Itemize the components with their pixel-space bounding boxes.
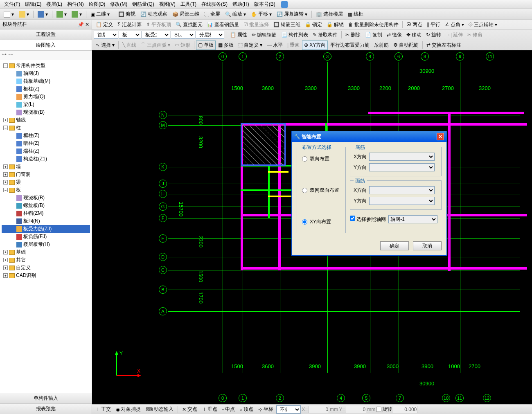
tree-collapse-icon[interactable]: ⁻⁻ (8, 52, 13, 58)
expander-icon[interactable]: + (3, 118, 8, 122)
rotate-check[interactable] (376, 407, 381, 412)
tree-group-slab[interactable]: −板 (2, 186, 90, 194)
close-icon[interactable]: ✕ (437, 133, 444, 140)
tab-report-preview[interactable]: 报表预览 (0, 403, 92, 414)
tree-item-grid[interactable]: 轴网(J) (2, 70, 90, 77)
tab-draw-input[interactable]: 绘图输入 (0, 40, 92, 51)
tree-group-cad[interactable]: +CAD识别 (2, 272, 90, 279)
tree-group-custom[interactable]: +自定义 (2, 264, 90, 272)
rebar-id-combo[interactable]: SLJ-1 (171, 31, 195, 39)
delete-button[interactable]: ✂ 删除 (343, 30, 363, 40)
expander-icon[interactable]: + (3, 172, 8, 177)
new-button[interactable]: ▾ (2, 10, 16, 19)
component-list-button[interactable]: 📃 构件列表 (279, 30, 310, 40)
vertical-button[interactable]: | 垂直 (285, 40, 302, 50)
expander-icon[interactable]: + (3, 164, 8, 169)
lock-button[interactable]: 🔒 锁定 (303, 20, 324, 29)
select-button[interactable]: ↖ 选择 ▾ (94, 40, 117, 50)
horizontal-button[interactable]: — 水平 (265, 40, 285, 50)
expander-icon[interactable]: + (3, 250, 8, 254)
view-rebar-button[interactable]: 📊 查看钢筋量 (205, 20, 241, 29)
tree-item-beam[interactable]: 梁(L) (2, 101, 90, 108)
save-button[interactable]: ▾ (36, 10, 50, 19)
rebar-type-combo[interactable]: 板受力筋 (142, 31, 170, 39)
local-3d-button[interactable]: 📦 局部三维 (170, 9, 201, 19)
expander-icon[interactable]: + (3, 258, 8, 262)
two-point-button[interactable]: ⦿ 两点 (404, 20, 424, 29)
tree-group-opening[interactable]: +门窗洞 (2, 171, 90, 178)
component-combo[interactable]: 板 (119, 31, 141, 39)
expander-icon[interactable]: + (3, 273, 8, 278)
tree-group-beam[interactable]: +梁 (2, 178, 90, 186)
top-x-combo[interactable] (369, 186, 435, 194)
tree-item[interactable]: 柱帽(ZM) (2, 209, 90, 217)
expander-icon[interactable]: + (3, 266, 8, 270)
tree-item[interactable]: 现浇板(B) (2, 194, 90, 202)
multi-slab-button[interactable]: ▦ 多板 (216, 40, 236, 50)
ortho-toggle[interactable]: ⊥ 正交 (94, 405, 113, 414)
rotate-button[interactable]: ↻ 旋转 (424, 30, 443, 40)
expander-icon[interactable]: − (3, 126, 8, 130)
panel-pin-icon[interactable]: 📌 ✕ (78, 22, 89, 27)
view-mode-combo[interactable]: ▣ 二维 ▾ (88, 9, 112, 19)
tree-item-raft[interactable]: 筏板基础(M) (2, 77, 90, 85)
rebar-3d-button[interactable]: 🔲 钢筋三维 (271, 20, 302, 29)
props-button[interactable]: 📋 属性 (228, 30, 249, 40)
tree-group-wall[interactable]: +墙 (2, 163, 90, 171)
tree-item[interactable]: 暗柱(Z) (2, 140, 90, 147)
ref-grid-combo[interactable]: 轴网-1 (388, 215, 437, 223)
perp-toggle[interactable]: ⊥ 垂点 (200, 405, 219, 414)
select-floor-button[interactable]: 🏢 选择楼层 (314, 9, 345, 19)
menu-online[interactable]: 在线服务(S) (199, 0, 230, 9)
tab-single-input[interactable]: 单构件输入 (0, 393, 92, 403)
redo-button[interactable]: ▾ (70, 10, 84, 19)
tree-item[interactable]: 端柱(Z) (2, 147, 90, 155)
edit-rebar-button[interactable]: ✏ 编辑钢筋 (250, 30, 279, 40)
menu-floor[interactable]: 楼层(L) (44, 0, 65, 9)
auto-rebar-button[interactable]: ⚙ 自动配筋 (391, 40, 421, 50)
wireframe-button[interactable]: ▦ 线框 (346, 9, 365, 19)
tree-item-slab-rebar[interactable]: 板受力筋(ZJ) (2, 225, 90, 233)
bottom-x-combo[interactable] (369, 153, 435, 161)
expander-icon[interactable]: − (3, 188, 8, 192)
xy-direction-button[interactable]: ⊕ XY方向 (302, 40, 328, 50)
layer-combo[interactable]: 分层板1 (196, 31, 224, 39)
midpoint-toggle[interactable]: ▫ 中点 (220, 405, 237, 414)
expander-icon[interactable]: + (3, 180, 8, 184)
calc-button[interactable]: Σ 汇总计算 (115, 20, 144, 29)
find-element-button[interactable]: 🔍 查找图元 (174, 20, 205, 29)
menu-help[interactable]: 帮助(H) (230, 0, 252, 9)
tree-item-slab[interactable]: 现浇板(B) (2, 108, 90, 116)
three-point-aux-button[interactable]: ⦾ 三点辅轴 ▾ (467, 20, 499, 29)
pan-button[interactable]: ✋ 平移 ▾ (249, 9, 274, 19)
top-view-button[interactable]: 🔲 俯视 (116, 9, 138, 19)
swap-label-button[interactable]: ⇄ 交换左右标注 (424, 40, 463, 50)
move-button[interactable]: ✥ 移动 (404, 30, 424, 40)
tree-item-wall[interactable]: 剪力墙(Q) (2, 93, 90, 101)
parallel-edge-button[interactable]: 平行边布置受力筋 (328, 40, 372, 50)
tree-item[interactable]: 楼层板带(H) (2, 241, 90, 248)
unlock-button[interactable]: 🔓 解锁 (325, 20, 346, 29)
batch-delete-button[interactable]: 🗑 批量删除未使用构件 (346, 20, 401, 29)
radial-rebar-button[interactable]: 放射筋 (372, 40, 391, 50)
tree-group-column[interactable]: −柱 (2, 124, 90, 132)
menu-edit[interactable]: 编辑(E) (23, 0, 44, 9)
menu-component[interactable]: 构件(N) (65, 0, 86, 9)
tree-group-other[interactable]: +其它 (2, 256, 90, 264)
vertex-toggle[interactable]: ▵ 顶点 (238, 405, 255, 414)
tree-group-axis[interactable]: +轴线 (2, 116, 90, 124)
tree-item[interactable]: 框柱(Z) (2, 132, 90, 140)
pick-component-button[interactable]: ✎ 拾取构件 (311, 30, 340, 40)
bottom-y-combo[interactable] (369, 163, 435, 171)
tree-expand-icon[interactable]: ⁺⁺ (2, 52, 7, 58)
menu-file[interactable]: 文件(F) (2, 0, 23, 9)
radio-bimesh[interactable]: 双网双向布置 (300, 183, 342, 198)
floor-combo[interactable]: 首层 (94, 31, 118, 39)
radio-bidir[interactable]: 双向布置 (300, 151, 342, 166)
zoom-button[interactable]: 🔍 缩放 ▾ (223, 9, 248, 19)
tree-item[interactable]: 螺旋板(B) (2, 202, 90, 209)
intersection-toggle[interactable]: ✕ 交点 (180, 405, 199, 414)
menu-view[interactable]: 视图(V) (157, 0, 178, 9)
menu-draw[interactable]: 绘图(D) (86, 0, 108, 9)
offset-combo[interactable]: 不偏移 (276, 405, 301, 414)
